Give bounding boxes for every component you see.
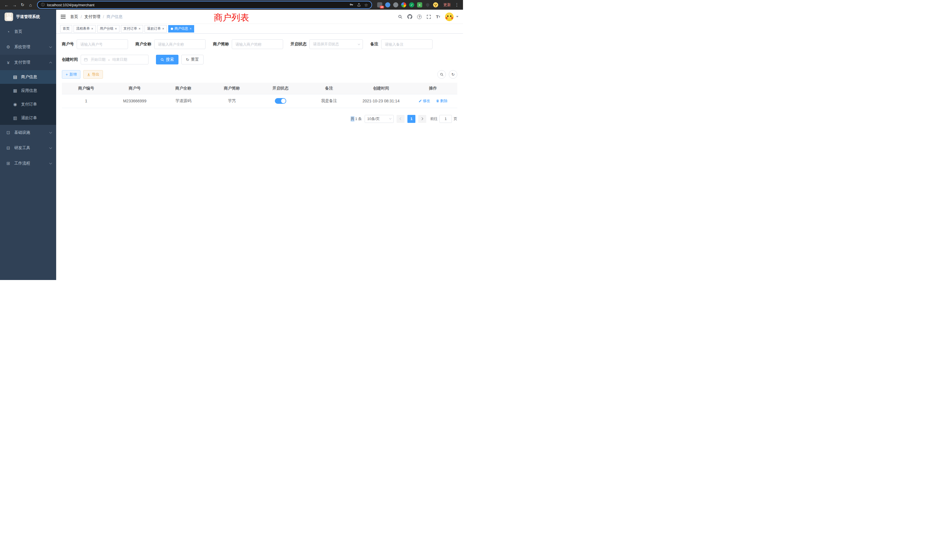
- add-button[interactable]: + 新增: [62, 70, 80, 79]
- date-start-placeholder[interactable]: 开始日期: [91, 57, 106, 62]
- grid-icon: ▦: [12, 88, 18, 93]
- close-icon[interactable]: ×: [91, 27, 93, 30]
- page-size-select[interactable]: 10条/页: [365, 115, 394, 123]
- prev-page-button[interactable]: [396, 115, 404, 123]
- sidebar-item-infra[interactable]: ⊡ 基础设施: [0, 125, 56, 140]
- extension-icon-colorful[interactable]: [401, 2, 406, 8]
- create-time-range-picker[interactable]: 开始日期 - 结束日期: [81, 55, 148, 64]
- sidebar-item-devtools[interactable]: ⊟ 研发工具: [0, 140, 56, 156]
- sidebar-item-payment[interactable]: ¥ 支付管理: [0, 55, 56, 70]
- bookmark-star-icon[interactable]: ☆: [365, 3, 368, 7]
- share-icon[interactable]: [357, 3, 361, 7]
- close-icon[interactable]: ×: [115, 27, 117, 30]
- password-key-icon[interactable]: [350, 3, 354, 7]
- cell-short-name: 芋艿: [207, 94, 256, 108]
- search-button[interactable]: 搜索: [156, 55, 179, 64]
- sidebar-item-merchant-info[interactable]: ▤ 商户信息: [0, 70, 56, 84]
- url-text[interactable]: localhost:1024/pay/merchant: [47, 3, 347, 7]
- breadcrumb-item[interactable]: 首页: [70, 14, 78, 20]
- tab-merchant-info[interactable]: 商户信息 ×: [168, 25, 194, 32]
- toggle-search-button[interactable]: [437, 70, 446, 79]
- close-icon[interactable]: ×: [162, 27, 164, 30]
- site-info-icon[interactable]: ⓘ: [41, 2, 45, 8]
- tab-process-form[interactable]: 流程表单 ×: [74, 25, 96, 32]
- address-bar[interactable]: ⓘ localhost:1024/pay/merchant ☆: [37, 1, 372, 9]
- close-icon[interactable]: ×: [139, 27, 141, 30]
- status-toggle[interactable]: [275, 98, 286, 104]
- help-icon[interactable]: ?: [417, 15, 422, 19]
- fullscreen-icon[interactable]: [427, 15, 431, 19]
- browser-window: ← → ↻ ⌂ ⓘ localhost:1024/pay/merchant ☆ …: [0, 0, 463, 280]
- cell-status: [256, 94, 305, 108]
- sidebar-item-workflow[interactable]: ⊞ 工作流程: [0, 156, 56, 171]
- sidebar-item-system[interactable]: ⚙ 系统管理: [0, 39, 56, 55]
- logo-rabbit-avatar: [5, 12, 13, 21]
- date-end-placeholder[interactable]: 结束日期: [112, 57, 127, 62]
- github-icon[interactable]: [407, 14, 412, 19]
- font-size-icon[interactable]: TT: [436, 14, 440, 19]
- tab-label: 用户分组: [100, 26, 113, 31]
- page-number-button[interactable]: 1: [407, 115, 415, 123]
- full-name-input[interactable]: [154, 39, 206, 49]
- extension-icon-gray[interactable]: [393, 2, 398, 8]
- active-tab-dot: [171, 28, 173, 30]
- back-icon[interactable]: ←: [3, 1, 10, 9]
- page-content: 商户号 商户全称 商户简称 开启状态 请选择开启状态: [56, 34, 463, 280]
- main-area: 商户列表 首页 / 支付管理 / 商户信息: [56, 10, 463, 280]
- pin-icon[interactable]: [425, 3, 430, 8]
- sidebar-item-pay-orders[interactable]: ◉ 支付订单: [0, 97, 56, 111]
- extension-icon-notes[interactable]: ≡: [417, 2, 422, 8]
- page-size-value: 10条/页: [367, 117, 380, 121]
- sidebar-item-label: 商户信息: [21, 74, 51, 80]
- merchant-no-input[interactable]: [77, 39, 128, 49]
- sidebar-item-home[interactable]: ◔ 首页: [0, 24, 56, 39]
- column-header: 商户简称: [207, 83, 256, 94]
- sidebar-item-refund-orders[interactable]: ▥ 退款订单: [0, 111, 56, 125]
- profile-avatar-icon[interactable]: [433, 2, 438, 8]
- rabbit-face: [6, 16, 12, 20]
- yen-icon: ¥: [6, 60, 11, 65]
- total-prefix: 共: [351, 117, 354, 121]
- remark-input[interactable]: [381, 39, 433, 49]
- search-icon[interactable]: [398, 15, 402, 19]
- edit-link[interactable]: 修改: [419, 98, 430, 103]
- delete-link-label: 删除: [440, 98, 448, 103]
- short-name-input[interactable]: [232, 39, 283, 49]
- sidebar-toggle-icon[interactable]: [61, 15, 65, 19]
- tab-home[interactable]: 首页: [60, 25, 72, 32]
- delete-link[interactable]: 删除: [436, 98, 448, 103]
- cell-create-time: 2021-10-23 08:31:14: [353, 94, 409, 108]
- extension-icon-badged[interactable]: 10: [377, 2, 382, 8]
- browser-home-icon[interactable]: ⌂: [27, 1, 34, 9]
- extension-icon-check[interactable]: ✓: [409, 2, 414, 8]
- sidebar-logo[interactable]: 芋道管理系统: [0, 10, 56, 24]
- next-page-button[interactable]: [418, 115, 426, 123]
- sidebar-item-app-info[interactable]: ▦ 应用信息: [0, 84, 56, 97]
- goto-page-input[interactable]: [439, 115, 452, 123]
- extension-icon-blue[interactable]: [385, 2, 390, 8]
- reload-icon[interactable]: ↻: [19, 1, 26, 9]
- status-select[interactable]: 请选择开启状态: [309, 39, 363, 49]
- table-toolbar: + 新增 导出 ↻: [62, 70, 457, 79]
- breadcrumb: 首页 / 支付管理 / 商户信息: [70, 14, 123, 20]
- forward-icon[interactable]: →: [11, 1, 18, 9]
- browser-menu-icon[interactable]: ⋮: [454, 2, 460, 8]
- user-avatar[interactable]: [445, 12, 454, 21]
- close-icon[interactable]: ×: [189, 27, 192, 30]
- date-separator: -: [108, 58, 109, 62]
- export-button[interactable]: 导出: [83, 70, 103, 79]
- field-label: 开启状态: [291, 42, 307, 47]
- tab-user-group[interactable]: 用户分组 ×: [97, 25, 120, 32]
- toolbox-icon: ⊟: [6, 145, 11, 151]
- tab-refund-orders[interactable]: 退款订单 ×: [145, 25, 167, 32]
- tab-label: 支付订单: [123, 26, 137, 31]
- browser-toolbar: ← → ↻ ⌂ ⓘ localhost:1024/pay/merchant ☆ …: [0, 0, 463, 10]
- refresh-table-button[interactable]: ↻: [449, 70, 457, 79]
- tab-pay-orders[interactable]: 支付订单 ×: [121, 25, 143, 32]
- avatar-caret-icon[interactable]: [456, 16, 458, 17]
- edit-pencil-icon: [419, 99, 422, 103]
- reset-button[interactable]: ↻ 重置: [181, 55, 204, 64]
- breadcrumb-item[interactable]: 支付管理: [85, 14, 100, 20]
- top-navbar: 首页 / 支付管理 / 商户信息 ?: [56, 10, 463, 24]
- browser-update-button[interactable]: 更新: [441, 2, 453, 8]
